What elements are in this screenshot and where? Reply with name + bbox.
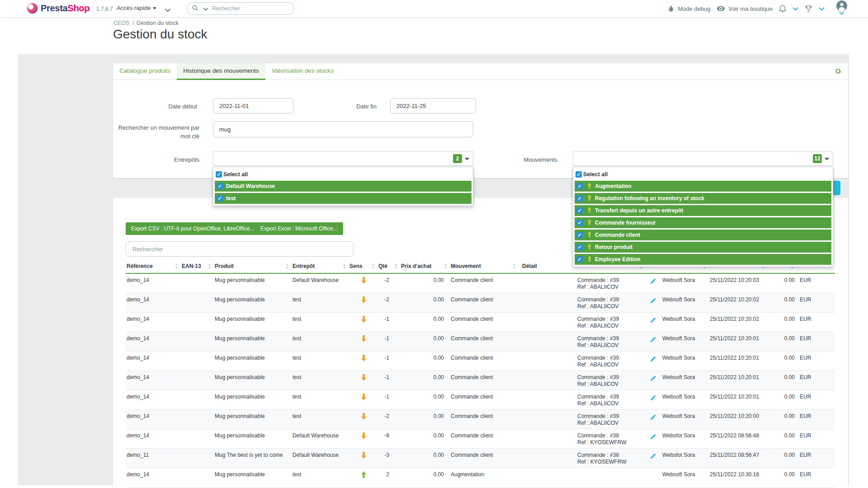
cell-edit[interactable] <box>645 390 661 409</box>
edit-pencil-icon[interactable] <box>650 394 656 401</box>
cell-edit[interactable] <box>645 274 661 293</box>
cell-detail: Commande : #38Ref : KYOSEWFRW <box>519 449 645 468</box>
column-header-mouvement[interactable]: Mouvement <box>450 261 519 273</box>
edit-pencil-icon[interactable] <box>650 433 656 440</box>
keyword-label: Rechercher un mouvement par mot clé <box>113 123 199 141</box>
edit-pencil-icon[interactable] <box>650 375 656 382</box>
quick-access-chevron-icon[interactable] <box>165 6 171 14</box>
arrow-down-icon <box>361 277 366 284</box>
cell-edit[interactable] <box>645 332 661 351</box>
edit-pencil-icon[interactable] <box>650 297 656 304</box>
tab-historique-des-mouvements[interactable]: Historique des mouvements <box>177 63 265 80</box>
checkbox-checked-icon[interactable]: ✓ <box>217 195 223 202</box>
edit-pencil-icon[interactable] <box>650 356 656 362</box>
global-search[interactable] <box>187 2 294 15</box>
option-employee-edition[interactable]: ✓Employee Edition <box>575 254 831 265</box>
option-label: Transfert depuis un autre entrepôt <box>595 207 683 214</box>
cell-edit[interactable] <box>645 313 661 332</box>
edit-pencil-icon[interactable] <box>650 317 656 324</box>
cell-ean13 <box>181 352 214 371</box>
option-commande-fournisseur[interactable]: ✓Commande fournisseur <box>575 217 831 228</box>
cell-employee: Websoft Sora <box>661 274 709 293</box>
option-default-warehouse[interactable]: ✓Default Warehouse <box>215 181 472 192</box>
view-shop-button[interactable]: Voir ma boutique <box>717 5 773 12</box>
column-header-produit[interactable]: Produit <box>214 261 292 273</box>
option-regulation-following-an-inventory-of-stock[interactable]: ✓Regulation following an inventory of st… <box>575 193 831 204</box>
prestashop-logo[interactable]: PrestaShop <box>27 3 90 14</box>
checkbox-checked-icon[interactable]: ✓ <box>576 207 583 214</box>
movements-multiselect-button[interactable]: 12 <box>573 151 833 166</box>
cell-movement: Commande client <box>450 332 519 351</box>
settings-gear-icon[interactable] <box>834 67 842 77</box>
edit-pencil-icon[interactable] <box>650 453 656 460</box>
date-end-input[interactable] <box>390 98 476 113</box>
gamification-trophy-icon[interactable] <box>805 5 812 13</box>
column-header-qt[interactable]: Qté <box>377 261 400 273</box>
checkbox-checked-icon[interactable]: ✓ <box>576 232 583 238</box>
column-header-r-f-rence[interactable]: Référence <box>126 261 181 273</box>
sort-icon[interactable] <box>208 264 211 269</box>
table-search-input[interactable] <box>126 241 354 257</box>
cell-edit[interactable] <box>645 293 661 312</box>
checkbox-checked-icon[interactable]: ✓ <box>217 183 223 189</box>
select-all-option[interactable]: ✓Select all <box>213 169 473 179</box>
cell-edit[interactable] <box>645 410 661 429</box>
checkbox-checked-icon[interactable]: ✓ <box>576 220 583 226</box>
edit-pencil-icon[interactable] <box>650 414 656 421</box>
trophy-chevron-icon[interactable] <box>819 7 825 11</box>
checkbox-checked-icon[interactable]: ✓ <box>576 256 583 263</box>
breadcrumb-parent[interactable]: CEOS <box>113 20 129 26</box>
sort-icon[interactable] <box>513 264 516 269</box>
checkbox-checked-icon[interactable]: ✓ <box>576 195 583 202</box>
sort-icon[interactable] <box>286 264 289 269</box>
option-augmentation[interactable]: ✓Augmentation <box>575 181 831 192</box>
checkbox-checked-icon[interactable]: ✓ <box>576 244 583 250</box>
warehouses-multiselect-button[interactable]: 2 <box>213 151 473 166</box>
cell-edit[interactable] <box>645 352 661 371</box>
cell-edit[interactable] <box>645 449 661 468</box>
option-label: Commande client <box>595 232 640 238</box>
sort-icon[interactable] <box>343 264 346 269</box>
user-account-menu[interactable] <box>835 0 848 15</box>
option-transfert-depuis-un-autre-entrep-t[interactable]: ✓Transfert depuis un autre entrepôt <box>575 205 831 216</box>
date-start-input[interactable] <box>213 98 293 113</box>
cell-ean13 <box>181 429 214 448</box>
edit-pencil-icon[interactable] <box>650 336 656 343</box>
debug-mode-button[interactable]: Mode debug <box>668 5 710 12</box>
cell-edit[interactable] <box>645 371 661 390</box>
tab-catalogue-produits[interactable]: Catalogue produits <box>113 63 177 80</box>
column-header-sens[interactable]: Sens <box>349 261 377 273</box>
sort-icon[interactable] <box>372 264 375 269</box>
version-label: 1.7.8.7 <box>96 6 113 12</box>
column-header-entrep-t[interactable]: Entrepôt <box>292 261 349 273</box>
notifications-bell-icon[interactable] <box>779 5 786 13</box>
option-commande-client[interactable]: ✓Commande client <box>575 230 831 240</box>
global-search-input[interactable] <box>212 5 271 12</box>
notifications-chevron-icon[interactable] <box>793 7 798 11</box>
checkbox-checked-icon[interactable]: ✓ <box>216 171 222 178</box>
export-excel-button[interactable]: Export Excel : Microsoft Office... <box>255 222 343 235</box>
checkbox-checked-icon[interactable]: ✓ <box>576 171 582 178</box>
column-header-ean-13[interactable]: EAN-13 <box>181 261 214 273</box>
cell-product: Mug personnalisable <box>214 410 292 429</box>
search-scope-chevron-icon[interactable] <box>203 5 208 13</box>
sort-icon[interactable] <box>394 264 397 269</box>
avatar-chevron-icon <box>839 11 844 15</box>
option-test[interactable]: ✓test <box>215 193 472 204</box>
keyword-input[interactable] <box>213 121 473 137</box>
tab-valorisation-des-stocks[interactable]: Valorisation des stocks <box>265 63 340 80</box>
cell-warehouse: test <box>292 390 349 409</box>
cell-edit[interactable] <box>645 429 661 448</box>
table-row: demo_14Mug personnalisabletest-10.00Comm… <box>126 390 835 410</box>
quick-access-menu[interactable]: Accès rapide <box>117 5 156 11</box>
sort-icon[interactable] <box>175 264 178 269</box>
checkbox-checked-icon[interactable]: ✓ <box>576 183 583 189</box>
select-all-option[interactable]: ✓Select all <box>573 169 833 179</box>
edit-pencil-icon[interactable] <box>650 278 656 285</box>
sort-icon[interactable] <box>444 264 447 269</box>
cell-currency: EUR <box>797 390 835 409</box>
column-label: Mouvement <box>451 263 481 269</box>
option-retour-produit[interactable]: ✓Retour produit <box>575 242 831 253</box>
column-header-prix-d-achat[interactable]: Prix d'achat <box>400 261 450 273</box>
export-csv-button[interactable]: Export CSV : UTF-8 pour OpenOffice, Libr… <box>126 222 259 235</box>
